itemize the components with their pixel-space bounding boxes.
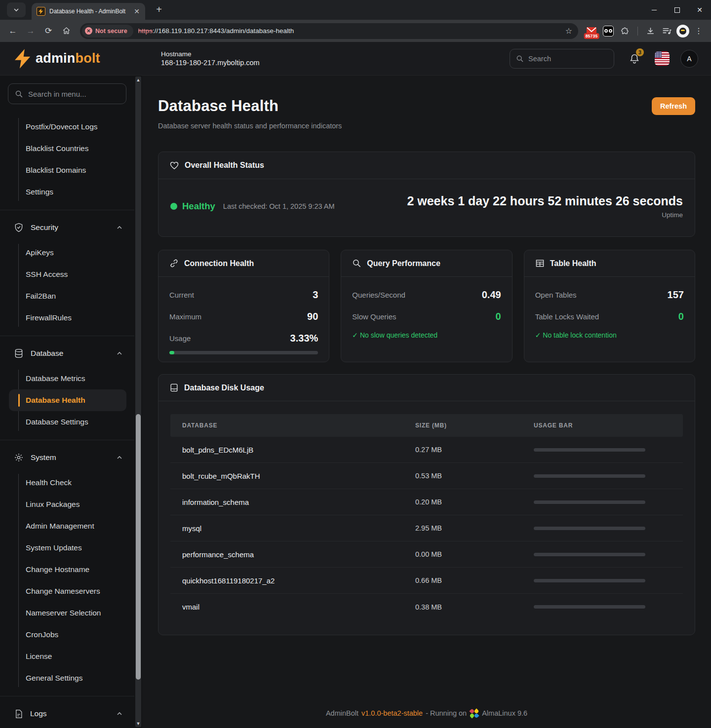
refresh-button[interactable]: Refresh <box>652 97 695 115</box>
adminbolt-logo[interactable]: adminbolt <box>15 49 143 69</box>
table-row: bolt_pdns_EDcM6LjB 0.27 MB <box>170 437 683 463</box>
heart-icon <box>169 160 179 170</box>
sidebar-item[interactable]: Postfix/Dovecot Logs <box>9 116 126 138</box>
extension-goggles-button[interactable] <box>601 24 616 38</box>
page-subtitle: Database server health status and perfor… <box>158 122 342 130</box>
sidebar-item[interactable]: License <box>9 646 126 667</box>
home-button[interactable] <box>58 23 74 39</box>
sidebar-item[interactable]: System Updates <box>9 537 126 559</box>
header-search[interactable] <box>510 49 614 69</box>
sidebar-item[interactable]: Blacklist Countries <box>9 138 126 159</box>
window-maximize-button[interactable] <box>666 0 688 20</box>
sidebar-item[interactable]: Settings <box>9 181 126 203</box>
metric-value: 0.49 <box>482 289 501 301</box>
sidebar-item[interactable]: Health Check <box>9 472 126 494</box>
sidebar-section-label: System <box>31 453 56 462</box>
tab-search-button[interactable] <box>7 2 26 17</box>
scrollbar-thumb[interactable] <box>136 414 141 680</box>
sidebar-divider <box>0 336 134 336</box>
sidebar: Postfix/Dovecot LogsBlacklist CountriesB… <box>0 76 134 728</box>
sidebar-item[interactable]: ApiKeys <box>9 242 126 264</box>
header-search-input[interactable] <box>528 55 597 63</box>
database-name: quickhost168119180217_a2 <box>182 576 415 585</box>
new-tab-button[interactable]: + <box>152 3 166 17</box>
search-icon <box>516 55 524 63</box>
media-hub-button[interactable] <box>660 24 674 38</box>
query-performance-title: Query Performance <box>367 259 440 268</box>
metric-value: 0 <box>496 311 501 322</box>
sidebar-item[interactable]: Change Hostname <box>9 559 126 580</box>
sidebar-item[interactable]: Fail2Ban <box>9 285 126 307</box>
table-icon <box>535 259 545 268</box>
disk-table-body: bolt_pdns_EDcM6LjB 0.27 MB bolt_rcube_mQ… <box>170 437 683 620</box>
forward-button[interactable]: → <box>23 23 39 39</box>
window-minimize-button[interactable]: ─ <box>643 0 666 20</box>
not-secure-chip[interactable]: ✕ Not secure <box>82 25 133 38</box>
database-name: bolt_rcube_mQbRakTH <box>182 472 415 480</box>
sidebar-item[interactable]: CronJobs <box>9 624 126 646</box>
sidebar-section-security[interactable]: Security <box>0 215 134 240</box>
database-size: 0.20 MB <box>415 498 534 506</box>
sidebar-item[interactable]: Database Health <box>9 389 126 411</box>
scrollbar-up-arrow[interactable]: ▲ <box>135 77 141 83</box>
metric-label: Usage <box>169 334 191 343</box>
language-flag-us[interactable] <box>655 51 670 66</box>
sidebar-item[interactable]: Linux Packages <box>9 494 126 515</box>
brand-text: adminbolt <box>36 51 100 66</box>
table-row: performance_schema 0.00 MB <box>170 541 683 568</box>
footer-brand: AdminBolt <box>326 709 358 717</box>
notifications-button[interactable]: 3 <box>626 50 643 67</box>
sidebar-search[interactable] <box>8 83 126 104</box>
browser-toolbar: ← → ⟳ ✕ Not secure https://168.119.180.2… <box>0 20 711 42</box>
extensions-menu-button[interactable] <box>618 24 632 38</box>
usage-bar-track <box>534 500 645 504</box>
url-bar[interactable]: ✕ Not secure https://168.119.180.217:844… <box>80 23 578 39</box>
back-button[interactable]: ← <box>5 23 21 39</box>
browser-menu-button[interactable]: ⋮ <box>691 24 706 38</box>
reload-button[interactable]: ⟳ <box>40 23 56 39</box>
sidebar-item[interactable]: Database Metrics <box>9 368 126 389</box>
overall-health-card: Overall Health Status Healthy Last check… <box>158 152 695 237</box>
sidebar-item[interactable]: Blacklist Domains <box>9 159 126 181</box>
sidebar-item[interactable]: SSH Access <box>9 264 126 285</box>
database-size: 0.38 MB <box>415 603 534 611</box>
sidebar-search-input[interactable] <box>28 90 112 98</box>
footer-version: v1.0.0-beta2-stable <box>361 709 423 717</box>
sidebar-item[interactable]: Admin Management <box>9 515 126 537</box>
sidebar-item[interactable]: Change Nameservers <box>9 580 126 602</box>
extension-mail-button[interactable]: 85735 <box>584 24 599 38</box>
bookmark-star-icon[interactable]: ☆ <box>565 26 572 36</box>
scrollbar-down-arrow[interactable]: ▼ <box>135 720 141 727</box>
status-dot <box>170 203 177 210</box>
sidebar-divider <box>0 440 134 440</box>
downloads-button[interactable] <box>643 24 658 38</box>
sidebar-item[interactable]: Database Settings <box>9 411 126 433</box>
disk-usage-table: DATABASE SIZE (MB) USAGE BAR bolt_pdns_E… <box>170 414 683 620</box>
sidebar-item[interactable]: General Settings <box>9 667 126 689</box>
sidebar-item[interactable]: Nameserver Selection <box>9 602 126 624</box>
window-close-button[interactable]: ✕ <box>688 0 711 20</box>
user-avatar[interactable]: A <box>680 50 698 68</box>
sidebar-section-system[interactable]: System <box>0 445 134 470</box>
chevron-up-icon <box>117 225 122 230</box>
sidebar-group: ApiKeysSSH AccessFail2BanFirewallRules <box>0 240 134 331</box>
database-name: vmail <box>182 603 415 611</box>
tab-close-icon[interactable]: ✕ <box>132 7 141 16</box>
database-size: 0.00 MB <box>415 550 534 558</box>
sidebar-scrollbar[interactable]: ▲ ▼ <box>134 76 142 728</box>
sidebar-item[interactable]: FirewallRules <box>9 307 126 329</box>
usage-bar-track <box>534 448 645 452</box>
browser-profile-avatar[interactable] <box>676 25 689 38</box>
table-row: information_schema 0.20 MB <box>170 489 683 515</box>
sidebar-section-database[interactable]: Database <box>0 341 134 366</box>
sidebar-section-label: Logs <box>30 709 47 718</box>
metric-value: 90 <box>307 311 318 322</box>
status-text: Healthy <box>182 201 215 212</box>
uptime-label: Uptime <box>407 211 683 219</box>
sidebar-group: Postfix/Dovecot LogsBlacklist CountriesB… <box>0 114 134 205</box>
puzzle-icon <box>621 26 630 36</box>
footer-running-on: - Running on <box>426 709 467 717</box>
database-size: 0.53 MB <box>415 472 534 480</box>
browser-tab[interactable]: Database Health - AdminBolt ✕ <box>32 3 145 20</box>
sidebar-section-logs[interactable]: Logs <box>0 701 134 726</box>
